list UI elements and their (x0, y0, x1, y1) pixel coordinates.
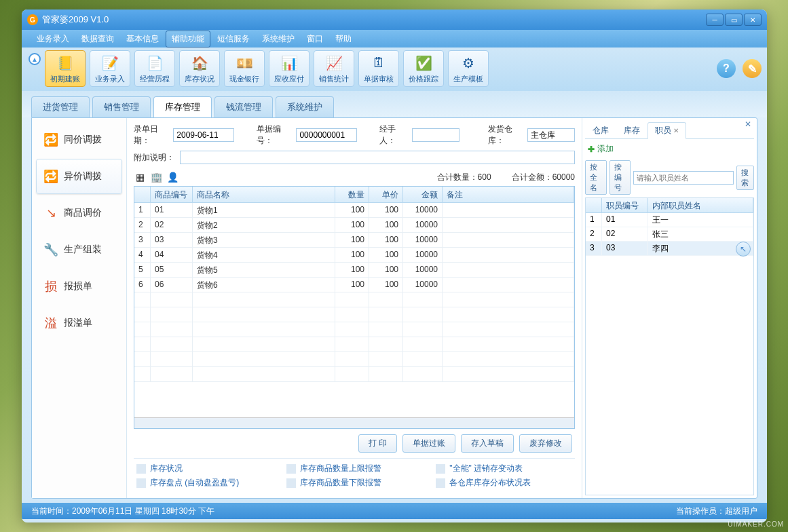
table-row[interactable] (134, 307, 574, 322)
menu-item-4[interactable]: 短信服务 (212, 31, 255, 47)
report-link-4[interactable]: 库存商品数量下限报警 (286, 477, 423, 489)
menu-item-0[interactable]: 业务录入 (31, 31, 75, 47)
menu-item-3[interactable]: 辅助功能 (166, 31, 210, 48)
toolbar-btn-6[interactable]: 📈销售统计 (314, 50, 354, 87)
note-input[interactable] (180, 151, 575, 164)
collapse-toggle-icon[interactable]: ▲ (29, 53, 41, 65)
col-index[interactable] (134, 187, 151, 202)
report-link-3[interactable]: 库存盘点 (自动盘盈盘亏) (136, 477, 273, 489)
search-input[interactable] (633, 171, 734, 185)
menu-item-6[interactable]: 窗口 (301, 31, 329, 47)
toolbar-btn-4[interactable]: 💴现金银行 (224, 50, 265, 87)
help-icon[interactable]: ? (717, 59, 736, 78)
main-tab-2[interactable]: 库存管理 (153, 96, 212, 117)
main-tab-3[interactable]: 钱流管理 (214, 96, 273, 117)
tab-close-icon[interactable]: ✕ (673, 127, 679, 134)
theme-icon[interactable]: ✎ (743, 59, 762, 78)
employee-row[interactable]: 202张三 (586, 227, 753, 242)
toolbar-btn-0[interactable]: 📒初期建账 (45, 50, 86, 87)
building-icon[interactable]: 🏢 (150, 171, 162, 183)
draft-button[interactable]: 存入草稿 (461, 434, 514, 453)
content-area: 🔁同价调拨🔁异价调拨↘商品调价🔧生产组装损报损单溢报溢单 录单日期： 单据编号：… (31, 117, 757, 499)
table-row[interactable]: 101货物110010010000 (134, 203, 574, 218)
scroll-up-icon[interactable]: ↖ (736, 242, 751, 256)
warehouse-label: 发货仓库： (488, 124, 522, 147)
date-input[interactable] (173, 128, 234, 142)
table-row[interactable] (134, 337, 574, 352)
side-nav-item-2[interactable]: ↘商品调价 (36, 195, 122, 231)
main-tab-1[interactable]: 销售管理 (92, 96, 151, 117)
employee-row[interactable]: 101王一 (586, 213, 753, 227)
close-button[interactable]: ✕ (744, 14, 762, 26)
rp-col-name[interactable]: 内部职员姓名 (648, 198, 753, 212)
menu-item-7[interactable]: 帮助 (330, 31, 357, 47)
handler-input[interactable] (412, 128, 459, 142)
table-row[interactable] (134, 367, 574, 382)
filter-fullname-button[interactable]: 按全名 (585, 160, 607, 195)
rp-grid-body[interactable]: 101王一202张三303李四↖ (586, 213, 753, 495)
minimize-button[interactable]: ─ (706, 14, 724, 26)
main-tab-4[interactable]: 系统维护 (276, 96, 334, 117)
toolbar-btn-7[interactable]: 🗓单据审核 (358, 50, 399, 87)
horizontal-scrollbar[interactable] (134, 417, 574, 428)
warehouse-input[interactable] (527, 128, 575, 142)
toolbar-btn-1[interactable]: 📝业务录入 (90, 50, 130, 87)
titlebar[interactable]: G 管家婆2009 V1.0 ─ ▭ ✕ (22, 10, 767, 30)
table-row[interactable]: 303货物310010010000 (134, 233, 574, 248)
report-link-1[interactable]: 库存商品数量上限报警 (286, 463, 423, 474)
col-qty[interactable]: 数量 (335, 187, 369, 202)
filter-code-button[interactable]: 按编号 (609, 160, 631, 195)
app-icon: G (27, 14, 38, 25)
table-row[interactable] (134, 352, 574, 367)
report-link-0[interactable]: 库存状况 (136, 463, 273, 474)
toolbar-btn-2[interactable]: 📄经营历程 (134, 50, 175, 87)
report-link-5[interactable]: 各仓库库存分布状况表 (436, 477, 572, 489)
print-button[interactable]: 打 印 (358, 434, 397, 453)
rp-col-code[interactable]: 职员编号 (602, 198, 648, 212)
table-row[interactable]: 606货物610010010000 (134, 278, 574, 292)
side-nav-item-0[interactable]: 🔁同价调拨 (36, 122, 122, 157)
tool-icon: 📊 (280, 54, 299, 73)
side-nav-item-1[interactable]: 🔁异价调拨 (36, 159, 122, 194)
panel-close-icon[interactable]: ✕ (745, 119, 754, 129)
search-button[interactable]: 搜索 (736, 166, 754, 190)
docno-input[interactable] (296, 128, 357, 142)
table-row[interactable]: 404货物410010010000 (134, 248, 574, 263)
toolbar-btn-9[interactable]: ⚙生产模板 (448, 50, 489, 87)
right-tab-0[interactable]: 仓库 (585, 122, 616, 138)
table-row[interactable]: 505货物510010010000 (134, 263, 574, 278)
menu-item-5[interactable]: 系统维护 (257, 31, 300, 47)
employee-row[interactable]: 303李四 (586, 242, 753, 256)
col-code[interactable]: 商品编号 (151, 187, 193, 202)
maximize-button[interactable]: ▭ (725, 14, 743, 26)
person-icon[interactable]: 👤 (166, 171, 179, 183)
toolbar-btn-3[interactable]: 🏠库存状况 (179, 50, 220, 87)
table-row[interactable]: 202货物210010010000 (134, 218, 574, 233)
right-tab-2[interactable]: 职员✕ (648, 122, 686, 139)
side-nav-item-5[interactable]: 溢报溢单 (36, 305, 122, 341)
discard-button[interactable]: 废弃修改 (519, 434, 572, 453)
toolbar-btn-8[interactable]: ✅价格跟踪 (403, 50, 444, 87)
window-controls: ─ ▭ ✕ (706, 14, 762, 26)
side-nav-item-4[interactable]: 损报损单 (36, 269, 122, 304)
app-title: 管家婆2009 V1.0 (42, 14, 706, 26)
report-link-2[interactable]: "全能" 进销存变动表 (436, 463, 572, 474)
main-tab-0[interactable]: 进货管理 (31, 96, 90, 117)
side-nav-item-3[interactable]: 🔧生产组装 (36, 232, 122, 267)
toolbar-btn-5[interactable]: 📊应收应付 (269, 50, 309, 87)
col-name[interactable]: 商品名称 (193, 187, 335, 202)
col-note[interactable]: 备注 (443, 187, 574, 202)
col-amount[interactable]: 金额 (403, 187, 443, 202)
menu-item-2[interactable]: 基本信息 (121, 31, 164, 47)
post-button[interactable]: 单据过账 (402, 434, 455, 453)
add-button[interactable]: ✚ 添加 (585, 139, 754, 159)
table-row[interactable] (134, 322, 574, 337)
menu-item-1[interactable]: 数据查询 (76, 31, 119, 47)
col-price[interactable]: 单价 (369, 187, 403, 202)
rp-col-index[interactable] (586, 198, 602, 212)
grid-body[interactable]: 101货物110010010000202货物210010010000303货物3… (134, 203, 574, 417)
tool-icon: 📈 (324, 54, 343, 73)
table-row[interactable] (134, 292, 574, 307)
right-tab-1[interactable]: 库存 (616, 122, 648, 138)
grid-icon[interactable]: ▦ (134, 171, 146, 183)
